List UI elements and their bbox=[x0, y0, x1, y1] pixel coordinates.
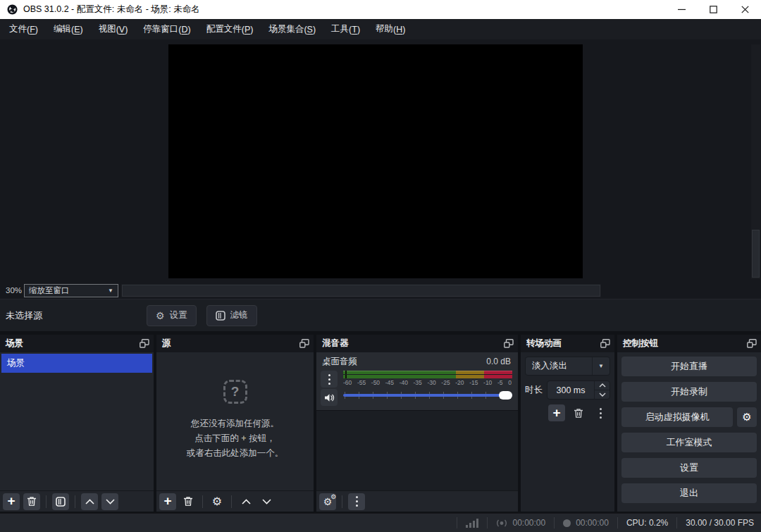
exit-button[interactable]: 退出 bbox=[621, 483, 757, 503]
chevron-down-icon bbox=[106, 499, 115, 505]
source-context-toolbar: 未选择源 ⚙ 设置 滤镜 bbox=[0, 299, 761, 331]
settings-button[interactable]: 设置 bbox=[621, 458, 757, 478]
meter-tick: -25 bbox=[441, 379, 450, 386]
source-filters-button[interactable]: 滤镜 bbox=[206, 305, 257, 326]
filter-icon bbox=[216, 311, 225, 321]
chevron-up-icon bbox=[599, 383, 606, 388]
preview-zoom-bar: 30% 缩放至窗口 ▼ bbox=[0, 282, 761, 299]
chevron-down-icon bbox=[262, 499, 271, 505]
zoom-mode-dropdown[interactable]: 缩放至窗口 ▼ bbox=[24, 284, 118, 297]
mute-button[interactable] bbox=[321, 389, 338, 406]
scenes-dock-title: 场景 bbox=[6, 338, 23, 349]
meter-tick: -60 bbox=[343, 379, 352, 386]
meter-tick: -15 bbox=[469, 379, 478, 386]
sources-list-empty-area[interactable]: ? 您还没有添加任何源。 点击下面的 + 按钮， 或者右击此处添加一个。 bbox=[156, 352, 314, 490]
controls-dock: 控制按钮 开始直播 开始录制 启动虚拟摄像机 ⚙ 工作室模式 设置 退出 bbox=[617, 335, 761, 512]
scenes-list: 场景 bbox=[0, 352, 154, 490]
volume-slider-handle[interactable] bbox=[499, 391, 512, 400]
volume-slider[interactable] bbox=[343, 390, 512, 401]
move-scene-down-button[interactable] bbox=[101, 493, 118, 510]
audio-source-name: 桌面音频 bbox=[322, 356, 357, 368]
popout-icon[interactable] bbox=[747, 339, 757, 348]
status-bar: 00:00:00 00:00:00 CPU: 0.2% 30.00 / 30.0… bbox=[0, 513, 761, 532]
transition-options-kebab-button[interactable] bbox=[592, 404, 609, 421]
preview-vertical-scrollbar[interactable] bbox=[751, 44, 760, 279]
mixer-dock-header[interactable]: 混音器 bbox=[316, 335, 518, 352]
preview-area bbox=[0, 39, 761, 282]
studio-mode-button[interactable]: 工作室模式 bbox=[621, 433, 757, 452]
virtual-camera-settings-button[interactable]: ⚙ bbox=[737, 407, 757, 427]
kebab-menu-icon bbox=[356, 496, 358, 507]
menu-item-f[interactable]: 文件(F) bbox=[1, 19, 46, 39]
fps-indicator: 30.00 / 30.00 FPS bbox=[686, 518, 754, 528]
mixer-options-kebab-button[interactable] bbox=[348, 493, 365, 510]
scene-list-item-selected[interactable]: 场景 bbox=[1, 354, 152, 373]
start-virtual-camera-button[interactable]: 启动虚拟摄像机 bbox=[621, 407, 733, 427]
dock-area: 场景 场景 + bbox=[0, 331, 761, 513]
move-scene-up-button[interactable] bbox=[81, 493, 98, 510]
popout-icon[interactable] bbox=[504, 339, 514, 348]
meter-tick: -35 bbox=[414, 379, 422, 386]
minimize-button[interactable] bbox=[666, 0, 698, 19]
meter-tick: -30 bbox=[427, 379, 435, 386]
speaker-icon bbox=[324, 393, 335, 402]
menu-item-e[interactable]: 编辑(E) bbox=[46, 19, 91, 39]
connection-quality-indicator bbox=[466, 519, 478, 528]
start-streaming-button[interactable]: 开始直播 bbox=[621, 357, 757, 376]
close-button[interactable] bbox=[729, 0, 761, 19]
meter-tick-labels: -60-55-50-45-40-35-30-25-20-15-10-50 bbox=[343, 379, 512, 386]
obs-logo-icon bbox=[7, 4, 18, 15]
remove-source-button[interactable] bbox=[180, 493, 197, 510]
record-icon bbox=[563, 519, 571, 527]
menu-item-d[interactable]: 停靠窗口(D) bbox=[135, 19, 198, 39]
advanced-audio-properties-button[interactable]: ⚙⚙ bbox=[319, 493, 336, 510]
menu-item-h[interactable]: 帮助(H) bbox=[368, 19, 413, 39]
trash-icon bbox=[183, 496, 193, 507]
controls-dock-header[interactable]: 控制按钮 bbox=[617, 335, 761, 352]
mixer-empty-area bbox=[316, 410, 518, 490]
video-preview-canvas[interactable] bbox=[168, 44, 583, 278]
sources-dock-title: 源 bbox=[162, 338, 171, 349]
chevron-down-icon: ▼ bbox=[592, 357, 610, 375]
transition-selected-value: 淡入淡出 bbox=[526, 360, 567, 372]
scenes-dock-header[interactable]: 场景 bbox=[0, 335, 154, 352]
duration-decrease-button[interactable] bbox=[595, 390, 610, 399]
menu-item-v[interactable]: 视图(V) bbox=[91, 19, 136, 39]
move-source-up-button[interactable] bbox=[237, 493, 254, 510]
menu-item-s[interactable]: 场景集合(S) bbox=[261, 19, 323, 39]
source-properties-toolbar-button[interactable]: ⚙ bbox=[209, 493, 225, 510]
meter-tick: 0 bbox=[508, 379, 512, 386]
source-properties-button[interactable]: ⚙ 设置 bbox=[147, 305, 197, 326]
scene-filters-button[interactable] bbox=[52, 493, 69, 510]
mixer-toolbar: ⚙⚙ bbox=[316, 490, 518, 512]
popout-icon[interactable] bbox=[140, 339, 149, 348]
duration-increase-button[interactable] bbox=[595, 381, 610, 390]
scenes-toolbar: + bbox=[0, 490, 154, 512]
remove-transition-button[interactable] bbox=[570, 404, 587, 421]
transitions-dock-title: 转场动画 bbox=[526, 338, 562, 349]
sources-toolbar: + ⚙ bbox=[156, 490, 314, 512]
transitions-dock-header[interactable]: 转场动画 bbox=[521, 335, 614, 352]
start-recording-button[interactable]: 开始录制 bbox=[621, 382, 757, 402]
audio-mixer-dock: 混音器 桌面音频 0.0 dB bbox=[316, 335, 518, 512]
maximize-button[interactable] bbox=[698, 0, 729, 19]
add-scene-button[interactable]: + bbox=[3, 493, 20, 510]
menu-item-p[interactable]: 配置文件(P) bbox=[199, 19, 261, 39]
transition-select[interactable]: 淡入淡出 ▼ bbox=[525, 357, 610, 376]
transition-duration-spinbox[interactable]: 300 ms bbox=[547, 381, 610, 400]
meter-tick: -55 bbox=[357, 379, 366, 386]
remove-scene-button[interactable] bbox=[23, 493, 40, 510]
broadcast-icon bbox=[496, 519, 507, 528]
popout-icon[interactable] bbox=[600, 339, 610, 348]
question-mark-icon: ? bbox=[223, 380, 247, 404]
add-transition-button[interactable]: + bbox=[548, 404, 565, 421]
menu-item-t[interactable]: 工具(T) bbox=[323, 19, 368, 39]
sources-dock-header[interactable]: 源 bbox=[156, 335, 314, 352]
popout-icon[interactable] bbox=[299, 339, 309, 348]
gear-icon: ⚙ bbox=[212, 496, 222, 507]
audio-options-kebab-button[interactable] bbox=[321, 371, 338, 388]
add-source-button[interactable]: + bbox=[159, 493, 176, 510]
scenes-dock: 场景 场景 + bbox=[0, 335, 154, 512]
preview-horizontal-scrollbar[interactable] bbox=[121, 284, 601, 297]
move-source-down-button[interactable] bbox=[258, 493, 275, 510]
